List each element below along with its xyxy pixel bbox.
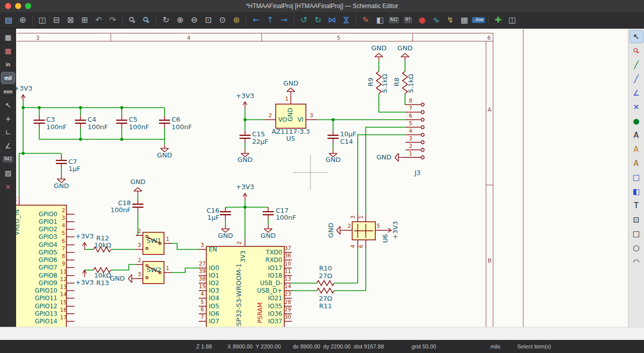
global-label-tool[interactable]: A — [630, 143, 643, 155]
nav-up-button[interactable]: ↑ — [264, 14, 277, 27]
edit-symbol-button[interactable]: ✎ — [359, 14, 372, 27]
sim-probe-button[interactable]: ↯ — [444, 14, 457, 27]
cursor-crosshair-button[interactable]: + — [2, 113, 15, 124]
grid-visibility-button[interactable]: ▦ — [2, 32, 15, 43]
schematic-canvas[interactable]: 3456AB+3V3GNDGND+3V3GNDGNDGNDGNDGNDGND+3… — [16, 29, 628, 327]
save-button[interactable]: ▤ — [2, 14, 15, 27]
svg-text:6: 6 — [201, 306, 204, 312]
select-tool[interactable]: ↖ — [630, 31, 643, 43]
rotate-ccw-button[interactable]: ↺ — [297, 14, 310, 27]
zoom-in-button[interactable]: ⊕ — [174, 14, 187, 27]
zoom-objects-button[interactable]: ⊙ — [216, 14, 229, 27]
nav-forward-button[interactable]: → — [278, 14, 291, 27]
paste-button[interactable]: ⊞ — [78, 14, 91, 27]
bus-entry-tool[interactable]: ∠ — [630, 87, 643, 99]
svg-text:15: 15 — [60, 299, 66, 305]
scroll-strip[interactable] — [0, 327, 644, 340]
draw-wire-tool[interactable]: ╱ — [630, 59, 643, 71]
svg-text:IO17: IO17 — [268, 264, 282, 272]
units-inches-button[interactable]: in — [2, 59, 15, 70]
text-tool[interactable]: T — [630, 200, 643, 212]
net-label-tool[interactable]: A — [630, 129, 643, 141]
nav-forward-icon: → — [281, 16, 287, 24]
net-navigator-button[interactable]: ▦ — [458, 14, 471, 27]
wire-45-mode-button[interactable]: ∠ — [2, 140, 15, 151]
svg-text:GND: GND — [376, 153, 391, 161]
zoom-fit-icon: ⊡ — [205, 16, 211, 24]
grid-origin-button[interactable]: ▦ — [2, 45, 15, 56]
toolbar-separator — [32, 15, 33, 26]
mirror-vertical-button[interactable]: ⋈ — [340, 14, 353, 27]
svg-text:GND: GND — [130, 178, 145, 186]
mirror-horizontal-button[interactable]: ⋈ — [326, 14, 339, 27]
status-action: Select item(s) — [517, 343, 551, 349]
zoom-selection-button[interactable]: ⊛ — [230, 14, 243, 27]
close-button[interactable] — [5, 3, 11, 9]
svg-text:+3V3: +3V3 — [236, 183, 254, 191]
symbol-library-browser-button[interactable]: ◧ — [373, 14, 386, 27]
svg-text:5: 5 — [201, 299, 204, 305]
units-mm-button[interactable]: mm — [2, 86, 15, 97]
svg-text:B: B — [488, 257, 492, 264]
find-button[interactable]: ♀ — [126, 14, 139, 27]
units-mils-button[interactable]: mil — [2, 72, 15, 83]
hierarchical-label-tool[interactable]: A — [630, 157, 643, 169]
svg-text:GND: GND — [157, 151, 172, 159]
refresh-button[interactable]: ↻ — [159, 14, 173, 27]
erc-icon: ● — [419, 16, 426, 24]
plot-button[interactable]: ⊠ — [64, 14, 77, 27]
circle-tool[interactable]: ○ — [630, 242, 643, 254]
svg-text:EN: EN — [209, 246, 217, 253]
toolbar-separator — [156, 15, 156, 26]
rotate-cw-button[interactable]: ↻ — [311, 14, 325, 27]
paste-icon: ⊞ — [81, 16, 88, 24]
sheet-image-button[interactable]: ▨ — [2, 167, 15, 179]
textbox-tool[interactable]: ⊡ — [630, 214, 643, 226]
draw-bus-tool-icon: ╱ — [634, 74, 638, 83]
svg-text:17: 17 — [60, 314, 66, 320]
print-button[interactable]: ⊟ — [50, 14, 63, 27]
svg-text:3: 3 — [350, 216, 356, 219]
cursor-default-button[interactable]: ↖ — [2, 100, 15, 111]
symbol-fields-table-button[interactable]: R42 — [387, 14, 400, 27]
plugin-button[interactable]: ✚ — [492, 14, 505, 27]
redo-button[interactable]: ↷ — [106, 14, 119, 27]
sheet-tool[interactable]: □ — [630, 171, 643, 184]
svg-text:GND: GND — [54, 182, 69, 190]
svg-text:28: 28 — [284, 299, 291, 305]
svg-text:+3V3: +3V3 — [236, 92, 254, 100]
hv-wire-mode-button[interactable]: ∟ — [2, 127, 15, 138]
zoom-fit-button[interactable]: ⊡ — [202, 14, 215, 27]
svg-text:C4: C4 — [88, 116, 96, 123]
bom-button[interactable]: .bom — [472, 14, 485, 27]
copy-sheet-button[interactable]: ◫ — [36, 14, 49, 27]
zoom-in-icon: ⊕ — [177, 16, 183, 24]
hidden-fields-button[interactable]: R42 — [2, 154, 15, 165]
junction-tool[interactable]: ● — [630, 115, 643, 127]
external-tools-button[interactable]: × — [2, 181, 15, 192]
no-connect-tool[interactable]: ✕ — [630, 101, 643, 113]
minimize-button[interactable] — [15, 3, 21, 9]
annotate-button[interactable]: R? — [401, 14, 415, 27]
maximize-button[interactable] — [25, 3, 31, 9]
zoom-out-button[interactable]: ⊖ — [188, 14, 201, 27]
sheet-pin-tool[interactable]: ◧ — [630, 186, 643, 198]
svg-text:16: 16 — [60, 307, 67, 313]
status-zoom: Z 1.88 — [196, 343, 212, 349]
arc-tool[interactable]: ◠ — [630, 256, 643, 268]
find-replace-button[interactable]: ♀ — [140, 14, 153, 27]
svg-text:10kΩ: 10kΩ — [94, 241, 111, 249]
rectangle-tool[interactable]: □ — [630, 228, 643, 240]
draw-bus-tool[interactable]: ╱ — [630, 73, 643, 85]
textbox-tool-icon: ⊡ — [633, 215, 639, 224]
sim-probe-icon: ↯ — [447, 16, 453, 24]
schematic-setup-button[interactable]: ⊛ — [16, 14, 29, 27]
panel-layout-button[interactable]: ◫ — [506, 14, 519, 27]
svg-text:8: 8 — [62, 253, 65, 259]
undo-icon: ↶ — [95, 16, 102, 24]
nav-back-button[interactable]: ← — [250, 14, 263, 27]
highlight-net-tool[interactable]: ♀ — [630, 45, 643, 57]
simulator-button[interactable]: ∿ — [430, 14, 443, 27]
undo-button[interactable]: ↶ — [92, 14, 105, 27]
erc-button[interactable]: ● — [416, 14, 429, 27]
